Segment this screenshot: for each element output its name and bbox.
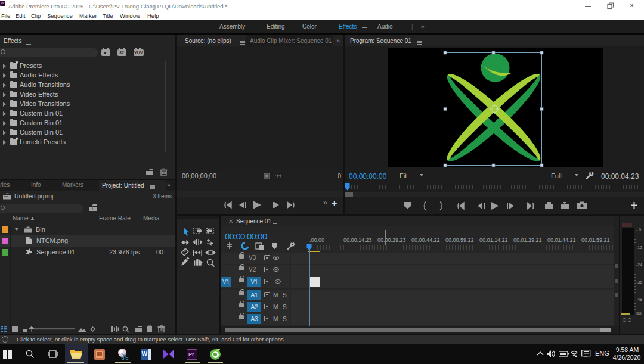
svg-text:+: + [91,206,94,211]
svg-text:YUV: YUV [134,51,143,55]
svg-text:32: 32 [119,51,124,55]
svg-text:►: ► [103,51,107,55]
